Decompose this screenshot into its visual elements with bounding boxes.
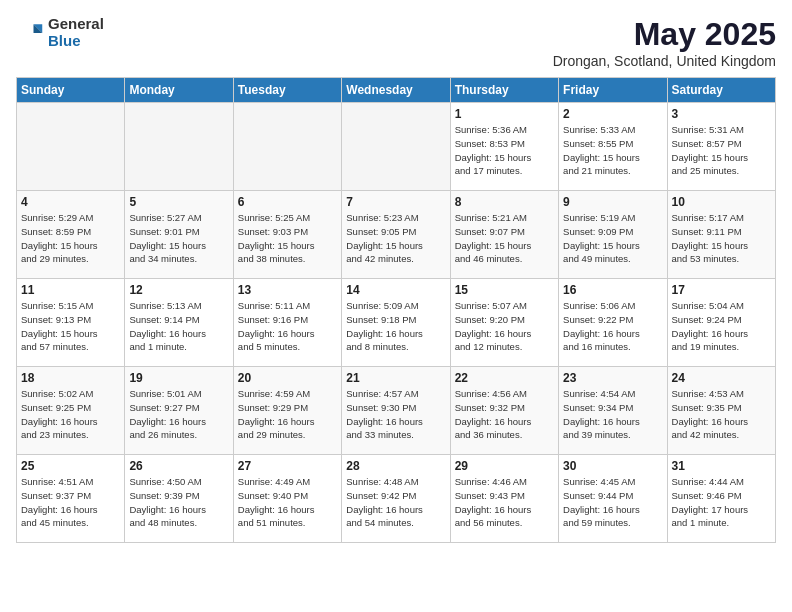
logo: General Blue: [16, 16, 104, 49]
day-info: Sunrise: 4:59 AM Sunset: 9:29 PM Dayligh…: [238, 387, 337, 442]
column-header-saturday: Saturday: [667, 78, 775, 103]
calendar-day-cell: 15Sunrise: 5:07 AM Sunset: 9:20 PM Dayli…: [450, 279, 558, 367]
calendar-day-cell: 13Sunrise: 5:11 AM Sunset: 9:16 PM Dayli…: [233, 279, 341, 367]
calendar-day-cell: 19Sunrise: 5:01 AM Sunset: 9:27 PM Dayli…: [125, 367, 233, 455]
logo-general: General: [48, 16, 104, 33]
calendar-day-cell: 12Sunrise: 5:13 AM Sunset: 9:14 PM Dayli…: [125, 279, 233, 367]
day-info: Sunrise: 4:50 AM Sunset: 9:39 PM Dayligh…: [129, 475, 228, 530]
day-number: 13: [238, 283, 337, 297]
calendar-day-cell: 17Sunrise: 5:04 AM Sunset: 9:24 PM Dayli…: [667, 279, 775, 367]
day-number: 5: [129, 195, 228, 209]
day-number: 15: [455, 283, 554, 297]
calendar-day-cell: 10Sunrise: 5:17 AM Sunset: 9:11 PM Dayli…: [667, 191, 775, 279]
day-number: 19: [129, 371, 228, 385]
day-info: Sunrise: 4:49 AM Sunset: 9:40 PM Dayligh…: [238, 475, 337, 530]
calendar-day-cell: 28Sunrise: 4:48 AM Sunset: 9:42 PM Dayli…: [342, 455, 450, 543]
calendar-day-cell: 31Sunrise: 4:44 AM Sunset: 9:46 PM Dayli…: [667, 455, 775, 543]
day-info: Sunrise: 4:56 AM Sunset: 9:32 PM Dayligh…: [455, 387, 554, 442]
day-number: 10: [672, 195, 771, 209]
calendar-week-row: 11Sunrise: 5:15 AM Sunset: 9:13 PM Dayli…: [17, 279, 776, 367]
day-number: 17: [672, 283, 771, 297]
calendar-day-cell: 1Sunrise: 5:36 AM Sunset: 8:53 PM Daylig…: [450, 103, 558, 191]
calendar-day-cell: 4Sunrise: 5:29 AM Sunset: 8:59 PM Daylig…: [17, 191, 125, 279]
calendar-week-row: 1Sunrise: 5:36 AM Sunset: 8:53 PM Daylig…: [17, 103, 776, 191]
day-info: Sunrise: 5:21 AM Sunset: 9:07 PM Dayligh…: [455, 211, 554, 266]
calendar-day-cell: 22Sunrise: 4:56 AM Sunset: 9:32 PM Dayli…: [450, 367, 558, 455]
calendar-day-cell: 5Sunrise: 5:27 AM Sunset: 9:01 PM Daylig…: [125, 191, 233, 279]
day-info: Sunrise: 5:31 AM Sunset: 8:57 PM Dayligh…: [672, 123, 771, 178]
day-number: 29: [455, 459, 554, 473]
day-info: Sunrise: 4:44 AM Sunset: 9:46 PM Dayligh…: [672, 475, 771, 530]
day-info: Sunrise: 4:51 AM Sunset: 9:37 PM Dayligh…: [21, 475, 120, 530]
day-number: 22: [455, 371, 554, 385]
day-info: Sunrise: 5:04 AM Sunset: 9:24 PM Dayligh…: [672, 299, 771, 354]
day-number: 1: [455, 107, 554, 121]
day-info: Sunrise: 4:48 AM Sunset: 9:42 PM Dayligh…: [346, 475, 445, 530]
calendar-day-cell: [125, 103, 233, 191]
day-number: 30: [563, 459, 662, 473]
column-header-wednesday: Wednesday: [342, 78, 450, 103]
day-number: 6: [238, 195, 337, 209]
day-number: 8: [455, 195, 554, 209]
column-header-tuesday: Tuesday: [233, 78, 341, 103]
title-block: May 2025 Drongan, Scotland, United Kingd…: [553, 16, 776, 69]
day-number: 23: [563, 371, 662, 385]
calendar-day-cell: 30Sunrise: 4:45 AM Sunset: 9:44 PM Dayli…: [559, 455, 667, 543]
day-number: 25: [21, 459, 120, 473]
day-info: Sunrise: 4:45 AM Sunset: 9:44 PM Dayligh…: [563, 475, 662, 530]
logo-blue: Blue: [48, 33, 104, 50]
day-info: Sunrise: 5:17 AM Sunset: 9:11 PM Dayligh…: [672, 211, 771, 266]
logo-text: General Blue: [48, 16, 104, 49]
calendar-day-cell: 29Sunrise: 4:46 AM Sunset: 9:43 PM Dayli…: [450, 455, 558, 543]
day-info: Sunrise: 5:01 AM Sunset: 9:27 PM Dayligh…: [129, 387, 228, 442]
day-number: 4: [21, 195, 120, 209]
calendar-day-cell: 11Sunrise: 5:15 AM Sunset: 9:13 PM Dayli…: [17, 279, 125, 367]
day-number: 7: [346, 195, 445, 209]
calendar-day-cell: 16Sunrise: 5:06 AM Sunset: 9:22 PM Dayli…: [559, 279, 667, 367]
day-info: Sunrise: 5:06 AM Sunset: 9:22 PM Dayligh…: [563, 299, 662, 354]
calendar-day-cell: 3Sunrise: 5:31 AM Sunset: 8:57 PM Daylig…: [667, 103, 775, 191]
day-info: Sunrise: 5:19 AM Sunset: 9:09 PM Dayligh…: [563, 211, 662, 266]
day-info: Sunrise: 4:53 AM Sunset: 9:35 PM Dayligh…: [672, 387, 771, 442]
day-info: Sunrise: 5:13 AM Sunset: 9:14 PM Dayligh…: [129, 299, 228, 354]
day-number: 21: [346, 371, 445, 385]
day-info: Sunrise: 5:23 AM Sunset: 9:05 PM Dayligh…: [346, 211, 445, 266]
day-number: 16: [563, 283, 662, 297]
day-number: 14: [346, 283, 445, 297]
day-info: Sunrise: 5:27 AM Sunset: 9:01 PM Dayligh…: [129, 211, 228, 266]
day-info: Sunrise: 5:07 AM Sunset: 9:20 PM Dayligh…: [455, 299, 554, 354]
calendar-day-cell: 14Sunrise: 5:09 AM Sunset: 9:18 PM Dayli…: [342, 279, 450, 367]
day-info: Sunrise: 5:09 AM Sunset: 9:18 PM Dayligh…: [346, 299, 445, 354]
day-info: Sunrise: 5:02 AM Sunset: 9:25 PM Dayligh…: [21, 387, 120, 442]
calendar-day-cell: 8Sunrise: 5:21 AM Sunset: 9:07 PM Daylig…: [450, 191, 558, 279]
month-title: May 2025: [553, 16, 776, 53]
day-info: Sunrise: 5:36 AM Sunset: 8:53 PM Dayligh…: [455, 123, 554, 178]
calendar-day-cell: 24Sunrise: 4:53 AM Sunset: 9:35 PM Dayli…: [667, 367, 775, 455]
column-header-friday: Friday: [559, 78, 667, 103]
calendar-day-cell: 7Sunrise: 5:23 AM Sunset: 9:05 PM Daylig…: [342, 191, 450, 279]
day-info: Sunrise: 4:54 AM Sunset: 9:34 PM Dayligh…: [563, 387, 662, 442]
calendar-day-cell: 21Sunrise: 4:57 AM Sunset: 9:30 PM Dayli…: [342, 367, 450, 455]
calendar-day-cell: [342, 103, 450, 191]
column-header-sunday: Sunday: [17, 78, 125, 103]
calendar-day-cell: [17, 103, 125, 191]
day-number: 24: [672, 371, 771, 385]
calendar-header-row: SundayMondayTuesdayWednesdayThursdayFrid…: [17, 78, 776, 103]
day-info: Sunrise: 5:15 AM Sunset: 9:13 PM Dayligh…: [21, 299, 120, 354]
calendar-day-cell: 6Sunrise: 5:25 AM Sunset: 9:03 PM Daylig…: [233, 191, 341, 279]
calendar-day-cell: 23Sunrise: 4:54 AM Sunset: 9:34 PM Dayli…: [559, 367, 667, 455]
calendar-table: SundayMondayTuesdayWednesdayThursdayFrid…: [16, 77, 776, 543]
calendar-day-cell: 18Sunrise: 5:02 AM Sunset: 9:25 PM Dayli…: [17, 367, 125, 455]
calendar-week-row: 18Sunrise: 5:02 AM Sunset: 9:25 PM Dayli…: [17, 367, 776, 455]
logo-icon: [16, 19, 44, 47]
day-number: 11: [21, 283, 120, 297]
column-header-thursday: Thursday: [450, 78, 558, 103]
day-number: 3: [672, 107, 771, 121]
calendar-week-row: 25Sunrise: 4:51 AM Sunset: 9:37 PM Dayli…: [17, 455, 776, 543]
day-number: 9: [563, 195, 662, 209]
day-number: 31: [672, 459, 771, 473]
day-number: 2: [563, 107, 662, 121]
column-header-monday: Monday: [125, 78, 233, 103]
day-info: Sunrise: 4:46 AM Sunset: 9:43 PM Dayligh…: [455, 475, 554, 530]
calendar-week-row: 4Sunrise: 5:29 AM Sunset: 8:59 PM Daylig…: [17, 191, 776, 279]
